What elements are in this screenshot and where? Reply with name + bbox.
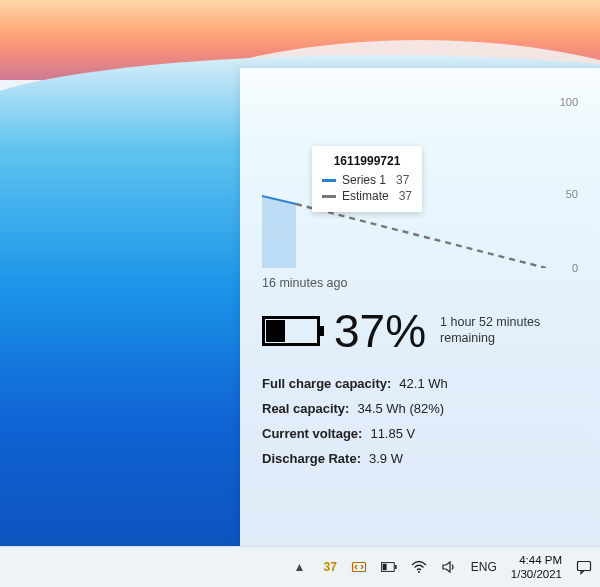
battery-summary-row: 37% 1 hour 52 minutes remaining xyxy=(262,308,578,354)
chart-tooltip: 1611999721 Series 1 37 Estimate 37 xyxy=(312,146,422,212)
stat-row: Discharge Rate: 3.9 W xyxy=(262,451,578,466)
taskbar: ▲ 37 ENG 4:44 PM 1/30/2021 xyxy=(0,546,600,587)
stat-value: 34.5 Wh (82%) xyxy=(357,401,444,416)
wifi-tray-icon[interactable] xyxy=(411,559,427,575)
battery-chart[interactable]: 100 50 0 1611999721 Series 1 37 Estimate… xyxy=(262,88,578,268)
stat-value: 11.85 V xyxy=(370,426,415,441)
tooltip-series-value: 37 xyxy=(399,188,412,204)
svg-rect-5 xyxy=(578,562,591,571)
y-axis-tick: 50 xyxy=(566,188,578,200)
input-language-indicator[interactable]: ENG xyxy=(471,560,497,574)
stat-value: 42.1 Wh xyxy=(399,376,447,391)
tooltip-row: Series 1 37 xyxy=(322,172,412,188)
battery-percent: 37% xyxy=(334,308,426,354)
taskbar-clock[interactable]: 4:44 PM 1/30/2021 xyxy=(511,553,562,581)
battery-icon xyxy=(262,316,320,346)
onedrive-tray-icon[interactable] xyxy=(351,559,367,575)
time-remaining: 1 hour 52 minutes remaining xyxy=(440,315,560,346)
battery-stats: Full charge capacity: 42.1 Wh Real capac… xyxy=(262,376,578,466)
stat-key: Full charge capacity: xyxy=(262,376,391,391)
series-swatch-icon xyxy=(322,195,336,198)
volume-tray-icon[interactable] xyxy=(441,559,457,575)
stat-key: Real capacity: xyxy=(262,401,349,416)
battery-flyout: 100 50 0 1611999721 Series 1 37 Estimate… xyxy=(240,68,600,547)
clock-time: 4:44 PM xyxy=(511,553,562,567)
stat-row: Real capacity: 34.5 Wh (82%) xyxy=(262,401,578,416)
time-ago-label: 16 minutes ago xyxy=(262,276,578,290)
clock-date: 1/30/2021 xyxy=(511,567,562,581)
tray-overflow-chevron-icon[interactable]: ▲ xyxy=(290,560,310,574)
svg-rect-2 xyxy=(395,565,397,569)
tooltip-series-label: Series 1 xyxy=(342,172,386,188)
stat-key: Current voltage: xyxy=(262,426,362,441)
svg-rect-3 xyxy=(382,564,386,570)
stat-value: 3.9 W xyxy=(369,451,403,466)
series-swatch-icon xyxy=(322,179,336,182)
stat-row: Full charge capacity: 42.1 Wh xyxy=(262,376,578,391)
tooltip-title: 1611999721 xyxy=(322,154,412,168)
tooltip-series-label: Estimate xyxy=(342,188,389,204)
svg-point-4 xyxy=(418,571,420,573)
tray-battery-percent[interactable]: 37 xyxy=(323,560,336,574)
tooltip-row: Estimate 37 xyxy=(322,188,412,204)
tooltip-series-value: 37 xyxy=(396,172,409,188)
action-center-icon[interactable] xyxy=(576,559,592,575)
y-axis-tick: 100 xyxy=(560,96,578,108)
stat-row: Current voltage: 11.85 V xyxy=(262,426,578,441)
y-axis-tick: 0 xyxy=(572,262,578,274)
battery-tray-icon[interactable] xyxy=(381,559,397,575)
stat-key: Discharge Rate: xyxy=(262,451,361,466)
